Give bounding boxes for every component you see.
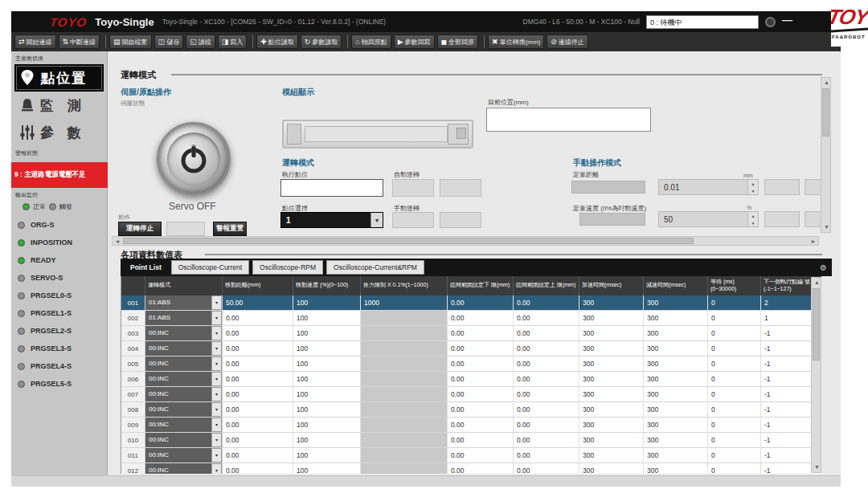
table-cell[interactable]: 0.00 [514,311,579,325]
table-cell[interactable]: 50.00 [223,295,293,310]
mode-dropdown-button[interactable]: ▾ [211,372,222,386]
servo-power-button[interactable] [157,122,231,196]
machine-status-field[interactable]: 0 : 待機中 [646,15,759,29]
alarm-reset-button[interactable]: 警報重置 [213,222,247,236]
table-row[interactable]: 00400:INC▾0.001000.000.003003000-1 [121,341,821,357]
table-cell[interactable]: 300 [579,433,644,447]
minimize-button[interactable]: — [782,14,792,26]
table-cell[interactable]: 0.00 [448,357,514,371]
table-row[interactable]: 01100:INC▾0.001000.000.003003000-1 [121,448,821,463]
table-row[interactable]: 00800:INC▾0.001000.000.003003000-1 [121,402,821,418]
table-cell[interactable] [361,387,448,401]
tab-oscilloscope-rpm[interactable]: Oscilloscope-RPM [252,260,323,275]
table-cell[interactable]: 0.00 [514,295,579,310]
table-cell[interactable]: 300 [579,402,644,417]
table-cell[interactable]: 100 [293,357,361,371]
table-cell[interactable]: 0.00 [514,433,579,447]
sidebar-item-監測[interactable]: 監 測 [14,92,104,119]
table-cell[interactable]: 100 [293,402,361,417]
mode-dropdown-button[interactable]: ▾ [211,448,222,462]
toolbar-button-save[interactable]: ◫儲存 [154,35,184,49]
stepper-arrows-icon[interactable]: ▲▼ [747,180,758,194]
distance-stepper[interactable]: 0.01 ▲▼ [658,179,759,195]
current-position-field[interactable] [486,108,651,132]
table-cell[interactable]: 300 [579,295,644,310]
mode-dropdown-button[interactable]: ▾ [211,341,222,356]
table-row[interactable]: 00300:INC▾0.001000.000.003003000-1 [121,326,821,341]
table-cell[interactable]: 0.00 [514,326,579,340]
table-row[interactable]: 00201:ABS▾0.001000.000.0030030001 [121,311,821,326]
table-cell[interactable]: 0 [708,463,761,475]
toolbar-button-all-home[interactable]: ◼全部回原 [437,35,478,49]
table-row[interactable]: 00700:INC▾0.001000.000.003003000-1 [121,387,821,402]
table-cell[interactable]: 300 [644,372,708,386]
table-cell[interactable]: 100 [293,311,361,325]
table-cell[interactable]: 300 [579,448,644,462]
mode-dropdown-button[interactable]: ▾ [211,326,222,340]
table-cell[interactable]: 0 [708,357,761,371]
table-cell[interactable] [361,341,448,356]
table-cell[interactable]: 300 [579,311,644,325]
table-cell[interactable]: 100 [293,372,361,386]
table-cell[interactable]: 100 [293,326,361,340]
table-cell[interactable]: 0 [708,341,761,356]
table-cell[interactable]: 0.00 [514,357,579,371]
mode-dropdown-button[interactable]: ▾ [211,311,222,325]
table-cell[interactable] [361,372,448,386]
table-cell[interactable]: 0 [708,433,761,447]
table-cell[interactable]: 100 [293,448,361,462]
table-cell[interactable]: 0 [708,448,761,462]
table-cell[interactable]: 0.00 [448,326,514,340]
table-cell[interactable]: 0.00 [448,463,514,475]
sidebar-item-參數[interactable]: 參 數 [14,119,104,146]
toolbar-button-stop-connection[interactable]: ⊘連線停止 [547,35,588,49]
table-cell[interactable]: 0 [708,326,761,340]
stepper-arrows-icon[interactable]: ▲▼ [747,212,758,226]
table-cell[interactable]: 0.00 [448,433,514,447]
table-cell[interactable]: 0.00 [448,295,514,310]
table-cell[interactable]: 0.00 [223,402,293,417]
table-cell[interactable]: 300 [644,311,708,325]
tab-point-list[interactable]: Point List [124,261,168,274]
table-row[interactable]: 00900:INC▾0.001000.000.003003000-1 [121,418,821,433]
table-cell[interactable]: 0 [708,295,761,310]
table-cell[interactable]: 100 [293,295,361,310]
mode-dropdown-button[interactable]: ▾ [211,418,222,432]
table-cell[interactable]: 0.00 [448,418,514,432]
table-row[interactable]: 01200:INC▾0.001000.000.003003000-1 [121,463,821,475]
toolbar-button-param-write[interactable]: ▶參數回寫 [394,35,435,49]
speed-minus-button[interactable] [764,211,800,227]
run-stop-button[interactable]: 運轉停止 [118,222,162,236]
table-cell[interactable]: 0.00 [223,463,293,475]
table-cell[interactable]: 0.00 [223,326,293,340]
table-cell[interactable]: 0.00 [514,463,579,475]
table-cell[interactable]: 1000 [361,295,448,310]
table-row[interactable]: 00500:INC▾0.001000.000.003003000-1 [121,357,821,372]
table-cell[interactable] [361,311,448,325]
manual-run-reverse-button[interactable] [440,212,481,228]
table-cell[interactable] [361,326,448,340]
tab-oscilloscope-current[interactable]: Oscilloscope-Current [171,260,249,275]
point-select-dropdown[interactable]: 1 ▼ [280,212,383,228]
table-cell[interactable]: 0.00 [514,387,579,401]
table-row[interactable]: 00600:INC▾0.001000.000.003003000-1 [121,372,821,387]
table-cell[interactable]: 0.00 [514,418,579,432]
sidebar-item-點位置[interactable]: 點位置 [14,64,104,92]
mode-dropdown-button[interactable]: ▾ [211,357,222,371]
table-cell[interactable]: 0.00 [223,341,293,356]
toolbar-button-open-file[interactable]: ▤開啟檔案 [109,35,152,49]
table-cell[interactable]: 300 [644,387,708,401]
mode-dropdown-button[interactable]: ▾ [211,295,222,310]
exec-point-field[interactable] [280,179,383,197]
manual-run-forward-button[interactable] [392,212,434,228]
mode-dropdown-button[interactable]: ▾ [211,463,222,475]
table-cell[interactable]: 100 [293,387,361,401]
table-vertical-scrollbar[interactable]: ▲ ▼ [811,277,821,473]
table-cell[interactable] [361,448,448,462]
tab-oscilloscope-current-rpm[interactable]: Oscilloscope-Current&RPM [326,260,424,275]
table-cell[interactable]: 0.00 [514,372,579,386]
table-cell[interactable]: 300 [579,418,644,432]
speed-slider[interactable] [579,213,645,226]
table-cell[interactable]: 300 [579,357,644,371]
top-horizontal-scrollbar[interactable]: ◄ ► [112,236,819,246]
